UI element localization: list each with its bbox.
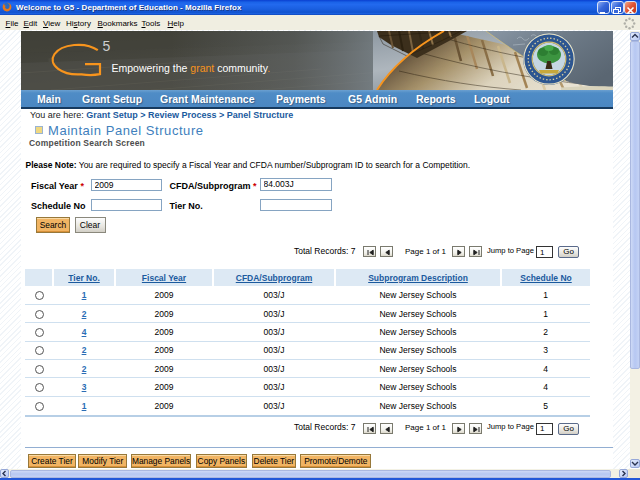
svg-text:5: 5 (103, 38, 111, 54)
svg-text:Empowering the grant community: Empowering the grant community. (112, 62, 271, 74)
